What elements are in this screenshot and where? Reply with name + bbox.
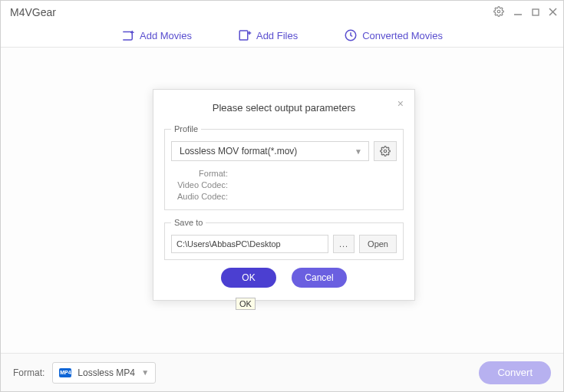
convert-button[interactable]: Convert	[479, 361, 551, 384]
audio-codec-label: Audio Codec:	[171, 192, 231, 201]
svg-point-11	[384, 150, 387, 153]
add-movies-button[interactable]: Add Movies	[121, 28, 192, 42]
svg-rect-7	[239, 31, 248, 40]
add-movies-icon	[121, 28, 135, 42]
svg-rect-2	[533, 9, 539, 15]
format-select[interactable]: MP4 Lossless MP4 ▼	[52, 362, 156, 384]
add-files-button[interactable]: Add Files	[238, 28, 298, 42]
open-folder-button[interactable]: Open	[359, 235, 397, 253]
mp4-icon: MP4	[59, 368, 71, 377]
profile-legend: Profile	[171, 124, 201, 133]
browse-button[interactable]: ...	[333, 235, 355, 253]
saveto-legend: Save to	[171, 218, 206, 227]
bottom-bar: Format: MP4 Lossless MP4 ▼ Convert	[1, 353, 563, 391]
minimize-icon[interactable]	[513, 7, 523, 18]
output-parameters-dialog: Please select output parameters × Profil…	[153, 89, 415, 301]
save-path-input[interactable]	[171, 235, 328, 253]
chevron-down-icon: ▼	[355, 147, 362, 156]
converted-movies-button[interactable]: Converted Movies	[344, 28, 443, 42]
dialog-close-icon[interactable]: ×	[397, 97, 404, 110]
profile-group: Profile Lossless MOV format(*.mov) ▼ For…	[164, 124, 404, 210]
saveto-group: Save to ... Open	[164, 218, 404, 260]
cancel-button[interactable]: Cancel	[292, 268, 347, 288]
chevron-down-icon: ▼	[141, 368, 149, 377]
toolbar-label: Converted Movies	[362, 30, 443, 41]
ok-button[interactable]: OK	[221, 268, 276, 288]
svg-point-0	[497, 10, 500, 13]
app-title: M4VGear	[7, 6, 56, 18]
profile-settings-button[interactable]	[374, 141, 397, 161]
video-codec-label: Video Codec:	[171, 180, 231, 189]
toolbar-label: Add Movies	[140, 30, 192, 41]
converted-movies-icon	[344, 28, 358, 42]
close-icon[interactable]	[549, 7, 557, 18]
maximize-icon[interactable]	[532, 7, 539, 18]
toolbar-label: Add Files	[256, 30, 298, 41]
format-label: Format:	[13, 367, 45, 378]
titlebar: M4VGear	[1, 1, 563, 24]
profile-selected-value: Lossless MOV format(*.mov)	[180, 146, 297, 156]
ok-tooltip: OK	[236, 298, 256, 310]
settings-icon[interactable]	[493, 6, 504, 18]
add-files-icon	[238, 28, 252, 42]
window-controls	[493, 6, 557, 18]
profile-select[interactable]: Lossless MOV format(*.mov) ▼	[171, 141, 369, 161]
dialog-title: Please select output parameters	[164, 102, 404, 114]
main-toolbar: Add Movies Add Files Converted Movies	[1, 24, 563, 50]
format-label: Format:	[171, 169, 231, 178]
format-value: Lossless MP4	[78, 367, 135, 378]
